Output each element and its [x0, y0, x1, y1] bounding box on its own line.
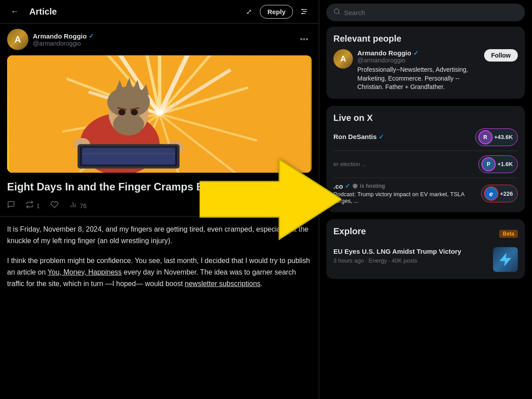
author-name: Armando Roggio ✓ — [33, 32, 94, 40]
explore-header: Explore Beta — [333, 226, 518, 242]
sliders-icon — [300, 8, 308, 15]
article-paragraph-1: It is Friday, November 8, 2024, and my f… — [7, 224, 312, 246]
svg-point-4 — [301, 13, 303, 14]
explore-meta: 3 hours ago · Energy · 40K posts — [333, 257, 489, 264]
relevant-person: A Armando Roggio ✓ @armandoroggio Profes… — [333, 49, 518, 92]
live-verified-3: ✓ — [345, 182, 350, 190]
article-image-canvas — [7, 55, 312, 173]
svg-rect-42 — [82, 153, 175, 154]
article-title: Eight Days In and the Finger Cramps Begi… — [0, 178, 319, 199]
article-link-1[interactable]: You, Money, Happiness — [47, 268, 121, 276]
body-p2-period: . — [261, 280, 262, 287]
relevant-people-widget: Relevant people A Armando Roggio ✓ @arma… — [326, 27, 525, 99]
relevant-person-name: Armando Roggio ✓ — [357, 49, 480, 57]
heart-icon — [51, 201, 59, 211]
comic-rays-svg — [7, 55, 312, 173]
live-item-1-text: Ron DeSantis ✓ — [333, 133, 475, 141]
views-action[interactable]: 76 — [69, 201, 87, 211]
relevant-person-info: Armando Roggio ✓ @armandoroggio Professi… — [357, 49, 480, 92]
back-icon: ← — [11, 7, 19, 16]
svg-point-31 — [131, 109, 138, 115]
search-input-wrap[interactable] — [326, 4, 525, 21]
explore-headline: EU Eyes U.S. LNG Amidst Trump Victory — [333, 247, 489, 256]
search-icon — [333, 8, 340, 17]
comment-action[interactable] — [7, 201, 15, 211]
search-bar — [326, 0, 525, 27]
live-item-3-meta: Podcast: Trump victory impact on EV mark… — [333, 191, 477, 204]
follow-button[interactable]: Follow — [484, 49, 518, 62]
avatar-image: A — [7, 29, 28, 50]
more-button[interactable]: ••• — [297, 32, 312, 47]
live-on-x-widget: Live on X Ron DeSantis ✓ R +43.6K er ele… — [326, 106, 525, 212]
bookmark-button[interactable] — [304, 201, 312, 211]
article-paragraph-2: I think the problem might be confidence.… — [7, 255, 312, 289]
like-action[interactable] — [51, 201, 59, 211]
live-avatar-2: P — [481, 157, 496, 171]
page-title: Article — [29, 7, 241, 17]
live-count-3: e +226 — [481, 185, 518, 202]
action-bar: 1 76 — [0, 199, 319, 217]
reply-button[interactable]: Reply — [260, 5, 293, 19]
header-actions: ⤢ Reply — [241, 4, 312, 19]
relevant-people-title: Relevant people — [333, 34, 518, 44]
live-item-3[interactable]: .co ✓ is hosting Podcast: Trump victory … — [333, 182, 518, 205]
sliders-button[interactable] — [297, 4, 312, 19]
views-icon — [69, 201, 77, 211]
avatar[interactable]: A — [7, 29, 28, 50]
explore-item[interactable]: EU Eyes U.S. LNG Amidst Trump Victory 3 … — [333, 247, 518, 272]
explore-widget: Explore Beta EU Eyes U.S. LNG Amidst Tru… — [326, 219, 525, 279]
live-item-2-sub: er election ... — [333, 161, 475, 167]
live-item-2[interactable]: er election ... P +1.6K — [333, 155, 518, 178]
expand-button[interactable]: ⤢ — [241, 4, 256, 19]
live-item-3-name: .co ✓ is hosting — [333, 182, 477, 190]
live-item-2-text: er election ... — [333, 161, 478, 167]
retweet-icon — [26, 201, 34, 211]
views-count: 76 — [80, 202, 87, 209]
live-avatar-3: e — [484, 186, 498, 201]
svg-rect-41 — [82, 147, 175, 164]
svg-point-30 — [118, 109, 125, 115]
hosting-label: is hosting — [360, 183, 385, 189]
expand-icon: ⤢ — [246, 8, 252, 16]
article-link-2[interactable]: newsletter subscriptions — [185, 280, 261, 287]
live-item-1[interactable]: Ron DeSantis ✓ R +43.6K — [333, 128, 518, 151]
relevant-person-handle: @armandoroggio — [357, 57, 480, 64]
author-handle: @armandoroggio — [33, 40, 94, 47]
svg-line-47 — [338, 13, 340, 14]
article-body: It is Friday, November 8, 2024, and my f… — [0, 217, 319, 305]
energy-icon — [499, 253, 512, 266]
author-text: Armando Roggio ✓ @armandoroggio — [33, 32, 94, 47]
explore-item-text: EU Eyes U.S. LNG Amidst Trump Victory 3 … — [333, 247, 489, 264]
retweet-action[interactable]: 1 — [26, 201, 40, 211]
relevant-person-bio: Professionally--Newsletters, Advertising… — [357, 66, 480, 92]
verified-badge: ✓ — [89, 32, 94, 39]
author-row: A Armando Roggio ✓ @armandoroggio ••• — [0, 23, 319, 50]
comment-icon — [7, 201, 15, 211]
retweet-count: 1 — [36, 202, 40, 209]
live-count-2: P +1.6K — [478, 155, 518, 173]
relevant-verified-badge: ✓ — [413, 50, 419, 57]
shield-icon — [352, 183, 358, 189]
relevant-person-avatar[interactable]: A — [333, 49, 353, 69]
right-panel: Relevant people A Armando Roggio ✓ @arma… — [319, 0, 532, 399]
svg-point-3 — [301, 9, 303, 10]
live-verified-1: ✓ — [379, 133, 384, 140]
live-on-x-title: Live on X — [333, 113, 518, 123]
explore-thumbnail — [493, 247, 518, 272]
live-count-1: R +43.6K — [475, 128, 518, 146]
more-icon: ••• — [300, 35, 309, 44]
left-panel: ← Article ⤢ Reply A — [0, 0, 319, 399]
live-item-3-text: .co ✓ is hosting Podcast: Trump victory … — [333, 182, 481, 205]
explore-title: Explore — [333, 226, 366, 236]
live-item-1-name: Ron DeSantis ✓ — [333, 133, 472, 140]
search-input[interactable] — [344, 9, 518, 16]
svg-point-46 — [334, 9, 339, 14]
bookmark-icon — [304, 201, 312, 209]
back-button[interactable]: ← — [7, 4, 22, 19]
article-header: ← Article ⤢ Reply — [0, 0, 319, 23]
article-image — [7, 55, 312, 173]
beta-badge: Beta — [499, 230, 518, 238]
author-info: A Armando Roggio ✓ @armandoroggio — [7, 29, 94, 50]
live-avatar-1: R — [478, 130, 493, 144]
